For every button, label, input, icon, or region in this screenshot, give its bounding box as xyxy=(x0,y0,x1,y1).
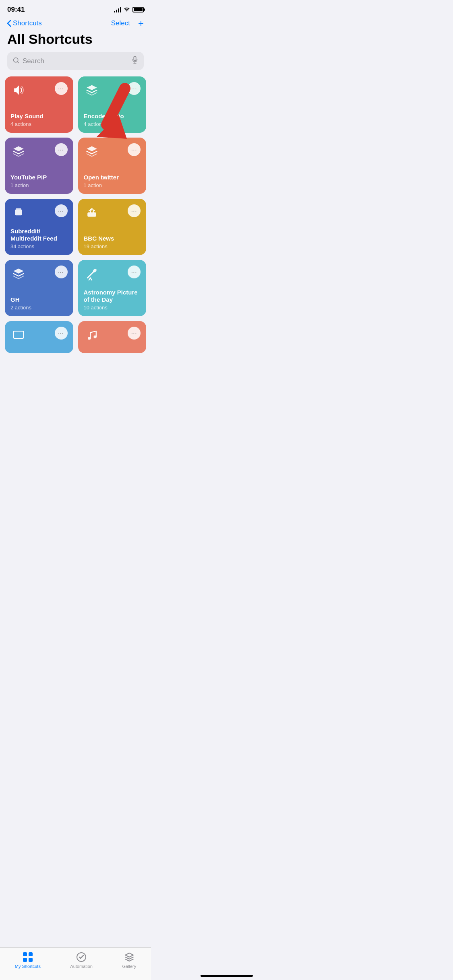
svg-rect-5 xyxy=(16,208,21,210)
card-actions: 1 action xyxy=(10,182,68,188)
layers-icon xyxy=(10,143,27,159)
shortcut-card-partial-left[interactable]: ··· xyxy=(5,321,73,353)
search-input[interactable]: Search xyxy=(23,57,128,65)
more-button[interactable]: ··· xyxy=(55,266,68,278)
card-actions: 19 actions xyxy=(84,243,141,249)
layers-icon xyxy=(84,82,100,98)
svg-point-17 xyxy=(93,336,96,338)
music-icon xyxy=(84,327,100,343)
svg-line-10 xyxy=(87,272,94,278)
shortcut-card-encode-audio[interactable]: ··· Encode Audio 4 actions xyxy=(78,76,147,133)
layers-icon xyxy=(10,266,27,282)
wifi-icon xyxy=(124,6,130,13)
shortcut-card-open-twitter[interactable]: ··· Open twitter 1 action xyxy=(78,138,147,194)
svg-line-9 xyxy=(93,210,95,211)
svg-rect-14 xyxy=(13,331,23,338)
card-title: Encode Audio xyxy=(84,113,141,120)
shortcut-card-partial-right[interactable]: ··· xyxy=(78,321,147,353)
faucet-icon xyxy=(84,204,100,220)
back-button[interactable]: Shortcuts xyxy=(7,19,42,27)
shortcut-card-bbc-news[interactable]: ··· BBC News 19 actions xyxy=(78,199,147,255)
card-actions: 1 action xyxy=(84,182,141,188)
speaker-icon xyxy=(10,82,27,98)
svg-rect-1 xyxy=(134,56,136,61)
add-shortcut-button[interactable]: + xyxy=(138,19,144,28)
card-title: Play Sound xyxy=(10,113,68,120)
select-button[interactable]: Select xyxy=(111,19,130,27)
card-title: Astronomy Picture of the Day xyxy=(84,289,141,303)
back-label: Shortcuts xyxy=(13,19,42,27)
shortcut-card-gh[interactable]: ··· GH 2 actions xyxy=(5,260,73,316)
card-actions: 4 actions xyxy=(10,121,68,127)
card-actions: 2 actions xyxy=(10,305,68,311)
telescope-icon xyxy=(84,266,100,282)
more-button[interactable]: ··· xyxy=(128,143,141,156)
status-time: 09:41 xyxy=(7,6,25,14)
card-title: Open twitter xyxy=(84,174,141,181)
search-icon xyxy=(13,57,19,65)
card-title: YouTube PiP xyxy=(10,174,68,181)
card-actions: 34 actions xyxy=(10,243,68,249)
more-button[interactable]: ··· xyxy=(55,143,68,156)
more-button[interactable]: ··· xyxy=(128,82,141,95)
svg-line-8 xyxy=(89,210,90,211)
layers-icon xyxy=(84,143,100,159)
card-actions: 4 actions xyxy=(84,121,141,127)
shortcuts-grid: ··· Play Sound 4 actions ··· xyxy=(0,76,151,353)
card-title: Subreddit/ Multireddit Feed xyxy=(10,228,68,242)
more-button[interactable]: ··· xyxy=(55,204,68,217)
nav-actions: Select + xyxy=(111,19,144,28)
svg-rect-6 xyxy=(87,212,96,217)
signal-icon xyxy=(114,7,121,12)
card-title: GH xyxy=(10,296,68,303)
card-title: BBC News xyxy=(84,235,141,242)
more-button[interactable]: ··· xyxy=(55,82,68,95)
more-button[interactable]: ··· xyxy=(128,266,141,278)
more-button[interactable]: ··· xyxy=(128,327,141,340)
microphone-icon[interactable] xyxy=(132,56,138,66)
search-bar[interactable]: Search xyxy=(7,52,144,70)
svg-rect-4 xyxy=(15,210,22,215)
status-bar: 09:41 xyxy=(0,0,151,15)
svg-line-13 xyxy=(90,278,92,280)
svg-point-16 xyxy=(88,337,91,340)
more-button[interactable]: ··· xyxy=(55,327,68,340)
screen-icon xyxy=(10,327,27,343)
page-title-section: All Shortcuts xyxy=(0,30,151,52)
status-icons xyxy=(114,6,144,13)
shortcut-card-youtube-pip[interactable]: ··· YouTube PiP 1 action xyxy=(5,138,73,194)
more-button[interactable]: ··· xyxy=(128,204,141,217)
nav-bar: Shortcuts Select + xyxy=(0,15,151,30)
shortcut-card-play-sound[interactable]: ··· Play Sound 4 actions xyxy=(5,76,73,133)
shortcut-card-subreddit-feed[interactable]: ··· Subreddit/ Multireddit Feed 34 actio… xyxy=(5,199,73,255)
card-actions: 10 actions xyxy=(84,305,141,311)
box-icon xyxy=(10,204,27,220)
page-title: All Shortcuts xyxy=(7,31,144,47)
battery-icon xyxy=(132,7,144,12)
shortcut-card-astronomy[interactable]: ··· Astronomy Picture of the Day 10 acti… xyxy=(78,260,147,316)
